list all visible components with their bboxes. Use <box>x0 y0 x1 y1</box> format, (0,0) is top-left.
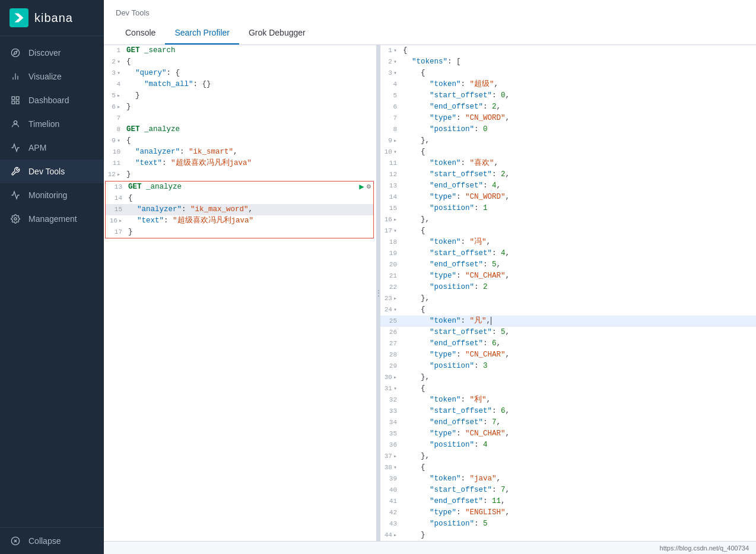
line-num-5: 5 <box>104 90 125 101</box>
tab-search-profiler[interactable]: Search Profiler <box>165 22 239 44</box>
output-line-31: 31 { <box>380 383 756 394</box>
line-num-11: 11 <box>104 158 125 169</box>
out-num-23: 23 <box>380 293 402 304</box>
svg-marker-1 <box>14 51 17 55</box>
output-line-13: 13 "end_offset": 4, <box>380 180 756 192</box>
kibana-logo-text: kibana <box>34 11 73 25</box>
output-line-26: 26 "start_offset": 5, <box>380 327 756 338</box>
sidebar-item-management-label: Management <box>28 214 77 224</box>
sidebar-item-apm[interactable]: APM <box>0 136 104 160</box>
out-num-39: 39 <box>380 473 402 485</box>
sidebar-item-dashboard[interactable]: Dashboard <box>0 88 104 112</box>
editor-line-15: 15 "analyzer": "ik_max_word", <box>106 204 373 215</box>
out-content-1: { <box>402 45 756 56</box>
out-content-9: }, <box>402 135 756 147</box>
line-content-13: GET _analyze <box>127 182 373 193</box>
page-title: Dev Tools <box>116 5 744 22</box>
out-num-36: 36 <box>380 440 402 451</box>
out-content-27: "end_offset": 6, <box>402 338 756 349</box>
out-content-32: "token": "利", <box>402 394 756 406</box>
out-num-41: 41 <box>380 496 402 507</box>
out-num-33: 33 <box>380 406 402 417</box>
output-line-11: 11 "token": "喜欢", <box>380 158 756 169</box>
out-content-38: { <box>402 462 756 473</box>
editor-line-13: 13 GET _analyze ▶ ⚙ <box>106 182 373 193</box>
out-num-16: 16 <box>380 214 402 225</box>
svg-rect-6 <box>16 97 19 100</box>
out-content-11: "token": "喜欢", <box>402 158 756 169</box>
editor-line-9: 9 { <box>104 135 376 147</box>
compass-icon <box>9 47 21 59</box>
output-line-28: 28 "type": "CN_CHAR", <box>380 349 756 361</box>
out-content-14: "type": "CN_WORD", <box>402 192 756 203</box>
out-content-39: "token": "java", <box>402 473 756 485</box>
output-line-24: 24 { <box>380 304 756 316</box>
line-num-10: 10 <box>104 147 125 158</box>
sidebar-item-apm-label: APM <box>28 143 46 152</box>
svg-rect-5 <box>12 97 15 100</box>
out-num-17: 17 <box>380 225 402 237</box>
out-content-34: "end_offset": 7, <box>402 417 756 428</box>
editor-panel[interactable]: 1 GET _search 2 { 3 "query": { 4 "match_… <box>104 45 377 541</box>
run-button[interactable]: ▶ ⚙ <box>359 182 371 193</box>
play-icon[interactable]: ▶ <box>359 182 364 193</box>
output-line-16: 16 }, <box>380 214 756 225</box>
line-content-11: "text": "超级喜欢冯凡利java" <box>125 158 376 169</box>
collapse-icon <box>9 535 21 547</box>
sidebar: kibana Discover Visualize Dashboard Time… <box>0 0 104 554</box>
settings-icon[interactable]: ⚙ <box>367 182 371 193</box>
sidebar-item-timelion-label: Timelion <box>28 119 59 129</box>
line-content-6: } <box>125 101 376 113</box>
collapse-button[interactable]: Collapse <box>0 527 104 554</box>
line-content-14: { <box>127 193 373 204</box>
output-line-23: 23 }, <box>380 293 756 304</box>
output-panel[interactable]: 1 { 2 "tokens": [ 3 { 4 "token": "超级", 5… <box>380 45 756 541</box>
out-num-9: 9 <box>380 135 402 147</box>
output-line-19: 19 "start_offset": 4, <box>380 248 756 259</box>
tab-console[interactable]: Console <box>116 22 165 44</box>
sidebar-item-timelion[interactable]: Timelion <box>0 112 104 136</box>
out-content-2: "tokens": [ <box>402 56 756 68</box>
sidebar-item-visualize[interactable]: Visualize <box>0 65 104 88</box>
line-num-4: 4 <box>104 79 125 90</box>
out-num-3: 3 <box>380 68 402 79</box>
output-line-29: 29 "position": 3 <box>380 361 756 372</box>
line-num-8: 8 <box>104 124 125 135</box>
out-content-25: "token": "凡", <box>402 316 756 327</box>
out-num-24: 24 <box>380 304 402 316</box>
output-line-42: 42 "type": "ENGLISH", <box>380 507 756 518</box>
line-content-9: { <box>125 135 376 147</box>
line-num-3: 3 <box>104 68 125 79</box>
out-content-37: }, <box>402 451 756 462</box>
out-num-15: 15 <box>380 203 402 214</box>
line-num-15: 15 <box>106 204 127 215</box>
tab-grok-debugger[interactable]: Grok Debugger <box>239 22 315 44</box>
out-num-44: 44 <box>380 530 402 541</box>
out-content-8: "position": 0 <box>402 124 756 135</box>
output-line-18: 18 "token": "冯", <box>380 237 756 248</box>
out-num-13: 13 <box>380 180 402 192</box>
out-content-42: "type": "ENGLISH", <box>402 507 756 518</box>
out-num-19: 19 <box>380 248 402 259</box>
output-line-43: 43 "position": 5 <box>380 518 756 530</box>
output-line-9: 9 }, <box>380 135 756 147</box>
sidebar-item-monitoring[interactable]: Monitoring <box>0 183 104 207</box>
out-content-26: "start_offset": 5, <box>402 327 756 338</box>
out-num-8: 8 <box>380 124 402 135</box>
line-content-15: "analyzer": "ik_max_word", <box>127 204 373 215</box>
activity-icon <box>9 189 21 201</box>
sidebar-item-devtools[interactable]: Dev Tools <box>0 160 104 183</box>
output-line-17: 17 { <box>380 225 756 237</box>
out-num-32: 32 <box>380 394 402 406</box>
timelion-icon <box>9 118 21 130</box>
sidebar-item-discover[interactable]: Discover <box>0 41 104 65</box>
line-num-17: 17 <box>106 227 127 238</box>
line-num-12: 12 <box>104 169 125 180</box>
line-content-3: "query": { <box>125 68 376 79</box>
sidebar-item-management[interactable]: Management <box>0 207 104 231</box>
output-line-7: 7 "type": "CN_WORD", <box>380 113 756 124</box>
editor-line-1: 1 GET _search <box>104 45 376 56</box>
output-line-35: 35 "type": "CN_CHAR", <box>380 428 756 440</box>
out-num-37: 37 <box>380 451 402 462</box>
sidebar-item-devtools-label: Dev Tools <box>28 167 65 176</box>
